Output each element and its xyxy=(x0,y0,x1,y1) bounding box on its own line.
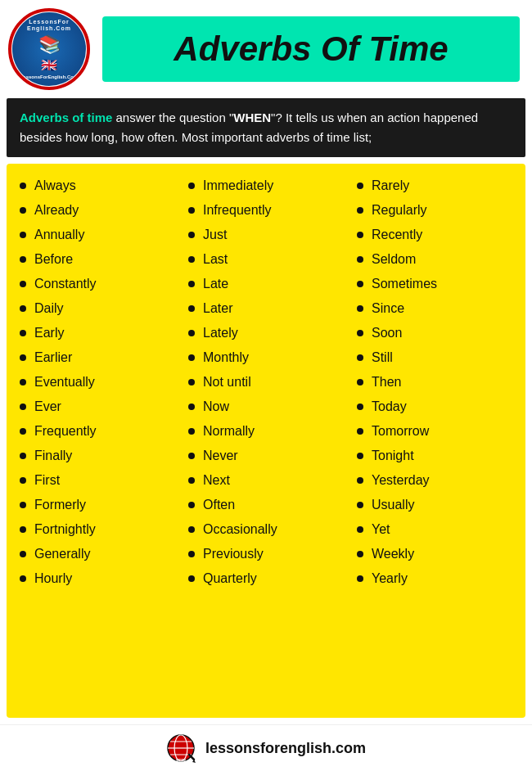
list-item: Weekly xyxy=(357,542,512,566)
bullet-icon xyxy=(20,477,26,484)
logo-bottom-text: LessonsForEnglish.Com xyxy=(12,74,86,79)
list-item: Never xyxy=(188,444,344,468)
list-item: Still xyxy=(357,345,512,370)
list-item: Lately xyxy=(188,321,344,345)
word-text: Occasionally xyxy=(203,520,277,539)
word-text: Tomorrow xyxy=(372,422,429,441)
word-text: Still xyxy=(372,348,393,367)
word-text: Fortnightly xyxy=(34,520,96,539)
word-text: Yearly xyxy=(372,569,408,588)
list-item: Recently xyxy=(357,223,512,247)
footer-url[interactable]: lessonsforenglish.com xyxy=(205,740,366,757)
bullet-icon xyxy=(20,526,26,533)
bullet-icon xyxy=(188,575,195,582)
bullet-icon xyxy=(357,232,363,238)
word-text: Finally xyxy=(34,446,72,466)
bullet-icon xyxy=(357,305,363,312)
list-item: Now xyxy=(188,395,344,419)
list-item: Daily xyxy=(20,296,175,321)
bullet-icon xyxy=(20,232,26,238)
bullet-icon xyxy=(357,404,363,410)
bullet-icon xyxy=(188,502,195,508)
bullet-icon xyxy=(188,551,195,557)
word-text: Now xyxy=(203,397,229,417)
page-header: LessonsForEnglish.Com 📚 🇬🇧 LessonsForEng… xyxy=(0,0,532,98)
bullet-icon xyxy=(357,453,363,459)
bullet-icon xyxy=(357,502,363,508)
list-item: Last xyxy=(188,247,344,272)
bullet-icon xyxy=(188,453,195,459)
list-item: Next xyxy=(188,468,344,493)
word-text: Soon xyxy=(372,323,402,343)
list-item: Previously xyxy=(188,542,344,566)
when-word: WHEN xyxy=(233,110,271,124)
word-text: Eventually xyxy=(34,372,95,392)
bullet-icon xyxy=(20,330,26,336)
list-item: Immediately xyxy=(188,174,344,198)
list-item: Often xyxy=(188,493,344,517)
word-text: Daily xyxy=(34,299,64,318)
word-text: Last xyxy=(203,250,228,269)
word-text: Before xyxy=(34,250,73,269)
list-item: Seldom xyxy=(357,247,512,272)
word-text: Frequently xyxy=(34,422,97,441)
bullet-icon xyxy=(20,502,26,508)
list-item: Before xyxy=(20,247,175,272)
bullet-icon xyxy=(188,305,195,312)
word-columns: AlwaysAlreadyAnnuallyBeforeConstantlyDai… xyxy=(13,174,519,591)
word-text: Usually xyxy=(372,495,414,515)
bullet-icon xyxy=(20,305,26,312)
word-text: Later xyxy=(203,299,232,318)
bullet-icon xyxy=(357,256,363,263)
list-item: Earlier xyxy=(20,345,175,370)
word-text: Recently xyxy=(372,225,422,245)
list-item: Early xyxy=(20,321,175,345)
word-text: Earlier xyxy=(34,348,72,367)
bullet-icon xyxy=(20,404,26,410)
word-text: First xyxy=(34,471,60,490)
title-area: Adverbs Of Time xyxy=(102,16,520,82)
list-item: Eventually xyxy=(20,370,175,395)
word-text: Late xyxy=(203,274,228,294)
word-text: Weekly xyxy=(372,544,414,564)
list-item: Monthly xyxy=(188,345,344,370)
page-title: Adverbs Of Time xyxy=(174,30,448,68)
list-item: Tomorrow xyxy=(357,419,512,444)
list-item: Sometimes xyxy=(357,272,512,296)
list-item: Quarterly xyxy=(188,566,344,591)
word-text: Generally xyxy=(34,544,90,564)
word-text: Always xyxy=(34,176,76,196)
bullet-icon xyxy=(20,453,26,459)
bullet-icon xyxy=(20,575,26,582)
list-item: Frequently xyxy=(20,419,175,444)
bullet-icon xyxy=(357,354,363,361)
svg-text:www: www xyxy=(175,757,186,762)
list-item: Occasionally xyxy=(188,517,344,542)
word-text: Annually xyxy=(34,225,84,245)
list-item: Tonight xyxy=(357,444,512,468)
word-text: Next xyxy=(203,471,230,490)
bullet-icon xyxy=(357,183,363,189)
word-text: Monthly xyxy=(203,348,249,367)
list-item: Normally xyxy=(188,419,344,444)
bullet-icon xyxy=(357,281,363,287)
word-text: Normally xyxy=(203,422,255,441)
bullet-icon xyxy=(188,207,195,214)
word-text: Infrequently xyxy=(203,201,272,220)
word-text: Regularly xyxy=(372,201,427,220)
word-text: Seldom xyxy=(372,250,416,269)
word-text: Ever xyxy=(34,397,61,417)
word-text: Hourly xyxy=(34,569,72,588)
word-text: Lately xyxy=(203,323,238,343)
list-item: Since xyxy=(357,296,512,321)
word-list-area: AlwaysAlreadyAnnuallyBeforeConstantlyDai… xyxy=(7,164,525,718)
word-text: Immediately xyxy=(203,176,273,196)
bullet-icon xyxy=(188,281,195,287)
word-text: Just xyxy=(203,225,227,245)
list-item: Constantly xyxy=(20,272,175,296)
list-item: Not until xyxy=(188,370,344,395)
bullet-icon xyxy=(20,183,26,189)
bullet-icon xyxy=(188,256,195,263)
list-item: Yearly xyxy=(357,566,512,591)
bullet-icon xyxy=(20,281,26,287)
